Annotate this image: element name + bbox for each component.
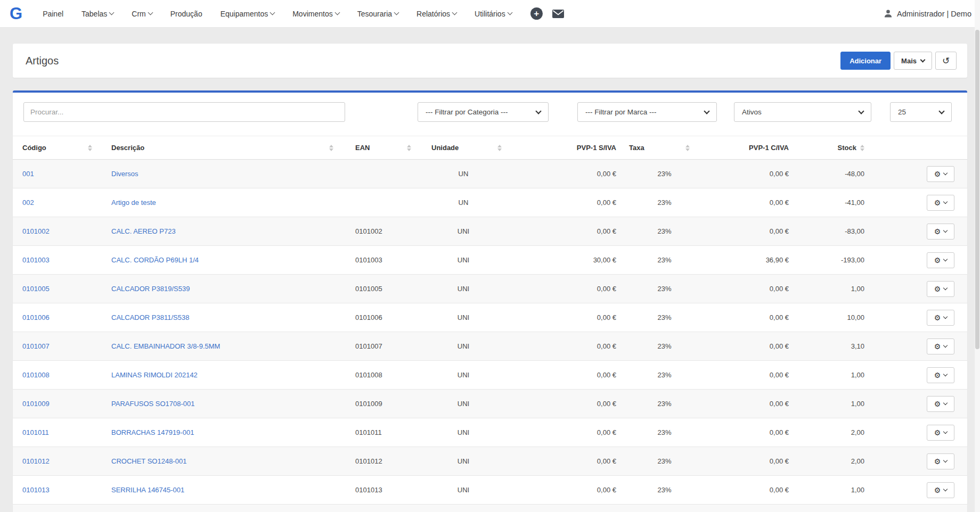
nav-item-movimentos[interactable]: Movimentos	[283, 0, 348, 27]
refresh-button[interactable]: ↺	[935, 52, 957, 70]
user-menu[interactable]: Administrador | Demo	[884, 9, 971, 18]
row-actions-button[interactable]: ⚙	[927, 195, 954, 211]
column-header-descricao[interactable]: Descrição	[99, 136, 341, 160]
nav-item-tesouraria[interactable]: Tesouraria	[348, 0, 407, 27]
nav-item-label: Relatórios	[416, 10, 450, 18]
article-description-link[interactable]: Diversos	[111, 170, 138, 178]
status-filter-value: Ativos	[742, 108, 762, 116]
nav-item-producao[interactable]: Produção	[161, 0, 211, 27]
mail-button[interactable]	[552, 10, 564, 18]
article-description-link[interactable]: CALC. EMBAINHADOR 3/8-9.5MM	[111, 342, 220, 350]
app-logo[interactable]: G	[10, 5, 22, 22]
article-code-link[interactable]: 0101002	[22, 227, 50, 235]
row-actions-button[interactable]: ⚙	[927, 367, 954, 383]
nav-item-tabelas[interactable]: Tabelas	[72, 0, 123, 27]
article-description-link[interactable]: Artigo de teste	[111, 199, 156, 207]
row-actions-button[interactable]: ⚙	[927, 224, 954, 240]
cell-codigo: 002	[13, 188, 99, 217]
cell-actions: ⚙	[873, 275, 967, 303]
article-description-link[interactable]: CROCHET SO1248-001	[111, 457, 186, 465]
more-button[interactable]: Mais	[894, 52, 932, 70]
column-header-ean[interactable]: EAN	[341, 136, 415, 160]
article-code-link[interactable]: 0101009	[22, 400, 50, 408]
cell-stock: -193,00	[799, 246, 873, 275]
nav-item-relatorios[interactable]: Relatórios	[407, 0, 466, 27]
brand-filter[interactable]: --- Filtrar por Marca ---	[577, 102, 717, 122]
article-code-link[interactable]: 001	[22, 170, 34, 178]
row-actions-button[interactable]: ⚙	[927, 482, 954, 498]
cell-codigo: 0101005	[13, 275, 99, 303]
chevron-down-icon	[943, 257, 948, 261]
row-actions-button[interactable]: ⚙	[927, 281, 954, 297]
chevron-down-icon	[943, 372, 948, 376]
row-actions-button[interactable]: ⚙	[927, 310, 954, 326]
column-header-unidade[interactable]: Unidade	[415, 136, 511, 160]
article-description-link[interactable]: BORRACHAS 147919-001	[111, 428, 194, 436]
gear-icon: ⚙	[934, 429, 941, 436]
column-label: PVP-1 S/IVA	[577, 144, 616, 152]
chevron-down-icon	[943, 487, 948, 491]
column-header-codigo[interactable]: Código	[13, 136, 99, 160]
article-code-link[interactable]: 0101012	[22, 457, 50, 465]
cell-ean	[341, 188, 415, 217]
article-description-link[interactable]: SERRILHA 146745-001	[111, 486, 184, 494]
article-code-link[interactable]: 0101005	[22, 285, 50, 293]
cell-unidade: UNI	[415, 476, 511, 505]
article-description-link[interactable]: CALC. CORDÃO P69LH 1/4	[111, 256, 199, 264]
article-description-link[interactable]: CALC. AEREO P723	[111, 227, 176, 235]
cell-codigo: 0101002	[13, 217, 99, 246]
search-input[interactable]	[23, 102, 345, 122]
cell-pvp_siva: 0,00 €	[511, 188, 626, 217]
cell-pvp_civa: 0,00 €	[703, 303, 799, 332]
cell-codigo: 0101009	[13, 390, 99, 418]
category-filter[interactable]: --- Filtrar por Categoria ---	[418, 102, 549, 122]
nav-item-equipamentos[interactable]: Equipamentos	[211, 0, 284, 27]
cell-stock: 10,00	[799, 303, 873, 332]
column-label: Stock	[838, 144, 856, 152]
article-code-link[interactable]: 0101013	[22, 486, 50, 494]
add-quick-button[interactable]: +	[530, 7, 543, 20]
nav-item-label: Equipamentos	[220, 10, 268, 18]
article-code-link[interactable]: 0101011	[22, 428, 49, 436]
scrollbar-thumb[interactable]	[975, 30, 979, 349]
article-description-link[interactable]: CALCADOR P3811/S538	[111, 313, 189, 321]
nav-item-utilitarios[interactable]: Utilitários	[466, 0, 521, 27]
article-description-link[interactable]: PARAFUSOS SO1708-001	[111, 400, 195, 408]
row-actions-button[interactable]: ⚙	[927, 252, 954, 268]
nav-item-crm[interactable]: Crm	[123, 0, 161, 27]
article-code-link[interactable]: 0101006	[22, 313, 50, 321]
cell-taxa: 23%	[626, 447, 703, 476]
status-filter[interactable]: Ativos	[734, 102, 871, 122]
page-size-select[interactable]: 25	[890, 102, 952, 122]
chevron-down-icon	[858, 108, 864, 114]
vertical-scrollbar[interactable]	[975, 0, 980, 512]
gear-icon: ⚙	[934, 343, 941, 350]
page-header-card: Artigos Adicionar Mais ↺	[13, 44, 967, 78]
column-header-taxa[interactable]: Taxa	[626, 136, 703, 160]
nav-item-painel[interactable]: Painel	[34, 0, 72, 27]
cell-taxa: 23%	[626, 390, 703, 418]
row-actions-button[interactable]: ⚙	[927, 453, 954, 469]
cell-descricao: SERRILHA 146745-001	[99, 476, 341, 505]
row-actions-button[interactable]: ⚙	[927, 166, 954, 182]
column-header-stock[interactable]: Stock	[799, 136, 873, 160]
add-button[interactable]: Adicionar	[840, 52, 891, 70]
cell-pvp_civa: 36,90 €	[703, 246, 799, 275]
article-description-link[interactable]: CALCADOR P3819/S539	[111, 285, 190, 293]
article-code-link[interactable]: 002	[22, 199, 34, 207]
cell-pvp_siva: 0,00 €	[511, 332, 626, 361]
row-actions-button[interactable]: ⚙	[927, 338, 954, 354]
cell-codigo: 0101013	[13, 476, 99, 505]
article-code-link[interactable]: 0101003	[22, 256, 50, 264]
article-code-link[interactable]: 0101008	[22, 371, 50, 379]
article-code-link[interactable]: 0101007	[22, 342, 50, 350]
row-actions-button[interactable]: ⚙	[927, 396, 954, 412]
article-description-link[interactable]: LAMINAS RIMOLDI 202142	[111, 371, 198, 379]
user-label: Administrador | Demo	[897, 10, 971, 18]
cell-ean: 0101012	[341, 447, 415, 476]
row-actions-button[interactable]: ⚙	[927, 425, 954, 441]
cell-ean: 0101009	[341, 390, 415, 418]
chevron-down-icon	[943, 401, 948, 405]
cell-actions: ⚙	[873, 332, 967, 361]
cell-descricao: CALC. CORDÃO P69LH 1/4	[99, 246, 341, 275]
